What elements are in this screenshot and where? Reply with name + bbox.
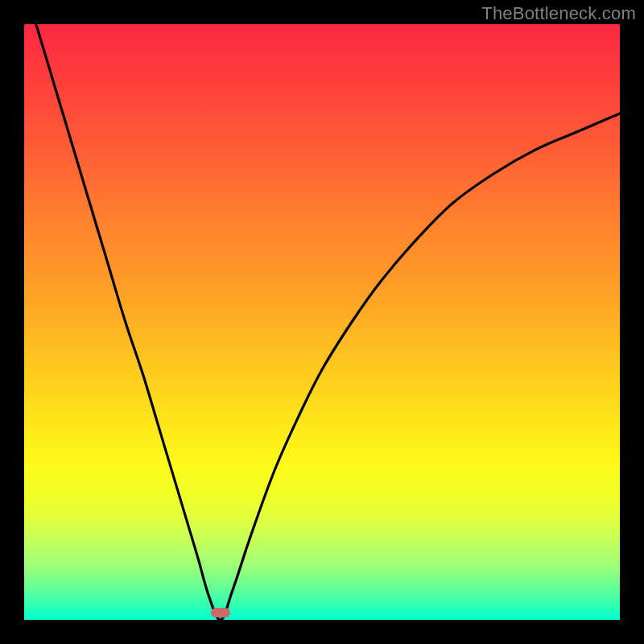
bottleneck-curve <box>24 24 620 620</box>
watermark-text: TheBottleneck.com <box>481 3 636 24</box>
plot-area <box>24 24 620 620</box>
optimal-point-marker <box>211 608 230 617</box>
chart-frame: TheBottleneck.com <box>0 0 644 644</box>
